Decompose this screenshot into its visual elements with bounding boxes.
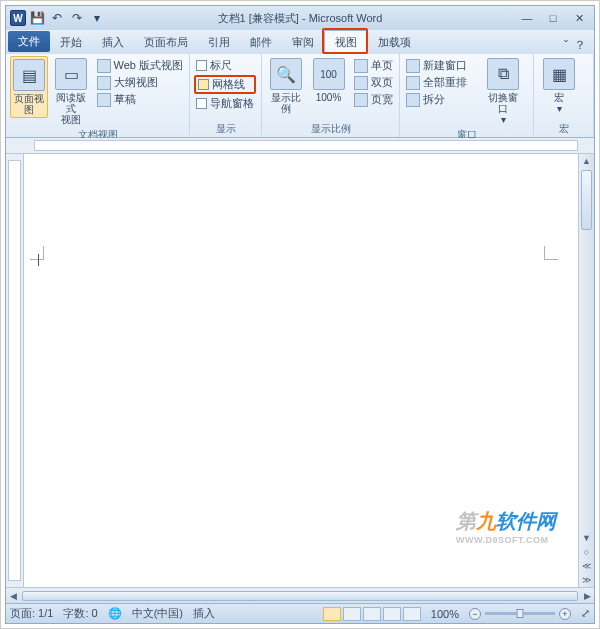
group-show: 标尺 网格线 导航窗格 显示 (190, 54, 262, 137)
zoom-100-button[interactable]: 100 100% (309, 56, 348, 105)
minimize-button[interactable]: — (518, 11, 536, 25)
window-controls: — □ ✕ (518, 11, 594, 25)
checkbox-icon (198, 79, 209, 90)
outline-icon (97, 76, 111, 90)
print-layout-icon: ▤ (13, 59, 45, 91)
scroll-up-icon[interactable]: ▲ (579, 154, 594, 168)
document-area: 第九软件网 WWW.D9SOFT.COM ▲ ▼ ○ ≪ ≫ (6, 154, 594, 587)
watermark: 第九软件网 WWW.D9SOFT.COM (456, 508, 556, 545)
group-label-zoom: 显示比例 (266, 121, 395, 137)
tab-review[interactable]: 审阅 (282, 31, 324, 54)
checkbox-icon (196, 98, 207, 109)
ribbon: ▤ 页面视图 ▭ 阅读版式视图 Web 版式视图 大纲视图 草稿 文档视图 (6, 54, 594, 138)
zoom-in-button[interactable]: + (559, 608, 571, 620)
maximize-button[interactable]: □ (544, 11, 562, 25)
group-label-show: 显示 (194, 121, 257, 137)
help-icon[interactable]: ？ (574, 37, 586, 54)
save-icon[interactable]: 💾 (28, 9, 46, 27)
undo-icon[interactable]: ↶ (48, 9, 66, 27)
text-cursor (38, 254, 39, 266)
split-button[interactable]: 拆分 (404, 92, 469, 107)
quick-access-toolbar: W 💾 ↶ ↷ ▾ (6, 9, 106, 27)
group-window: 新建窗口 全部重排 拆分 ⧉ 切换窗口▾ 窗口 (400, 54, 534, 137)
view-web-button[interactable] (363, 607, 381, 621)
redo-icon[interactable]: ↷ (68, 9, 86, 27)
ribbon-minimize-icon[interactable]: ˇ (564, 39, 568, 53)
nav-pane-checkbox[interactable]: 导航窗格 (194, 96, 256, 111)
group-macros: ▦ 宏▾ 宏 (534, 54, 594, 137)
ribbon-tabs: 文件 开始 插入 页面布局 引用 邮件 审阅 视图 加载项 ˇ ？ (6, 30, 594, 54)
zoom-100-icon: 100 (313, 58, 345, 90)
reading-layout-label: 阅读版式视图 (54, 92, 88, 125)
view-buttons (323, 607, 421, 621)
draft-button[interactable]: 草稿 (95, 92, 185, 107)
language-icon[interactable]: 🌐 (108, 607, 122, 620)
macros-button[interactable]: ▦ 宏▾ (538, 56, 580, 116)
next-page-icon[interactable]: ≫ (579, 573, 594, 587)
scroll-thumb[interactable] (581, 170, 592, 230)
new-window-button[interactable]: 新建窗口 (404, 58, 469, 73)
print-layout-label: 页面视图 (13, 93, 45, 115)
vertical-ruler[interactable] (6, 154, 24, 587)
outline-button[interactable]: 大纲视图 (95, 75, 185, 90)
tab-mailings[interactable]: 邮件 (240, 31, 282, 54)
zoom-icon: 🔍 (270, 58, 302, 90)
tab-addins[interactable]: 加载项 (368, 31, 421, 54)
status-word-count[interactable]: 字数: 0 (63, 606, 97, 621)
scroll-left-icon[interactable]: ◀ (6, 591, 20, 601)
page-canvas[interactable]: 第九软件网 WWW.D9SOFT.COM (24, 154, 578, 587)
title-bar: W 💾 ↶ ↷ ▾ 文档1 [兼容模式] - Microsoft Word — … (6, 6, 594, 30)
qat-more-icon[interactable]: ▾ (88, 9, 106, 27)
scroll-right-icon[interactable]: ▶ (580, 591, 594, 601)
margin-corner-tl (30, 246, 44, 260)
two-page-button[interactable]: 双页 (352, 75, 395, 90)
status-page[interactable]: 页面: 1/1 (10, 606, 53, 621)
tab-home[interactable]: 开始 (50, 31, 92, 54)
arrange-all-button[interactable]: 全部重排 (404, 75, 469, 90)
tab-page-layout[interactable]: 页面布局 (134, 31, 198, 54)
zoom-percent[interactable]: 100% (431, 608, 459, 620)
fullscreen-icon[interactable]: ⤢ (581, 607, 590, 620)
tab-view[interactable]: 视图 (324, 30, 368, 54)
browse-object-icon[interactable]: ○ (579, 545, 594, 559)
two-page-icon (354, 76, 368, 90)
view-draft-button[interactable] (403, 607, 421, 621)
new-window-icon (406, 59, 420, 73)
web-layout-icon (97, 59, 111, 73)
zoom-out-button[interactable]: − (469, 608, 481, 620)
tab-insert[interactable]: 插入 (92, 31, 134, 54)
prev-page-icon[interactable]: ≪ (579, 559, 594, 573)
switch-windows-icon: ⧉ (487, 58, 519, 90)
status-bar: 页面: 1/1 字数: 0 🌐 中文(中国) 插入 100% − + ⤢ (6, 603, 594, 623)
scroll-down-icon[interactable]: ▼ (579, 531, 594, 545)
vertical-scrollbar[interactable]: ▲ ▼ ○ ≪ ≫ (578, 154, 594, 587)
page-width-button[interactable]: 页宽 (352, 92, 395, 107)
reading-layout-button[interactable]: ▭ 阅读版式视图 (52, 56, 90, 127)
gridlines-checkbox[interactable]: 网格线 (194, 75, 256, 94)
zoom-button[interactable]: 🔍 显示比例 (266, 56, 305, 116)
switch-windows-button[interactable]: ⧉ 切换窗口▾ (482, 56, 524, 127)
status-insert-mode[interactable]: 插入 (193, 606, 215, 621)
page[interactable]: 第九软件网 WWW.D9SOFT.COM (24, 154, 578, 587)
hscroll-thumb[interactable] (22, 591, 578, 601)
tab-file[interactable]: 文件 (8, 31, 50, 52)
ruler-checkbox[interactable]: 标尺 (194, 58, 256, 73)
zoom-slider[interactable] (485, 612, 555, 615)
tab-references[interactable]: 引用 (198, 31, 240, 54)
zoom-slider-group: − + (469, 608, 571, 620)
horizontal-scrollbar[interactable]: ◀ ▶ (6, 587, 594, 603)
one-page-button[interactable]: 单页 (352, 58, 395, 73)
status-language[interactable]: 中文(中国) (132, 606, 183, 621)
horizontal-ruler[interactable] (6, 138, 594, 154)
view-print-layout-button[interactable] (323, 607, 341, 621)
close-button[interactable]: ✕ (570, 11, 588, 25)
view-outline-button[interactable] (383, 607, 401, 621)
margin-corner-tr (544, 246, 558, 260)
split-icon (406, 93, 420, 107)
view-reading-button[interactable] (343, 607, 361, 621)
print-layout-button[interactable]: ▤ 页面视图 (10, 56, 48, 118)
draft-icon (97, 93, 111, 107)
web-layout-button[interactable]: Web 版式视图 (95, 58, 185, 73)
macros-icon: ▦ (543, 58, 575, 90)
zoom-slider-knob[interactable] (517, 609, 524, 618)
